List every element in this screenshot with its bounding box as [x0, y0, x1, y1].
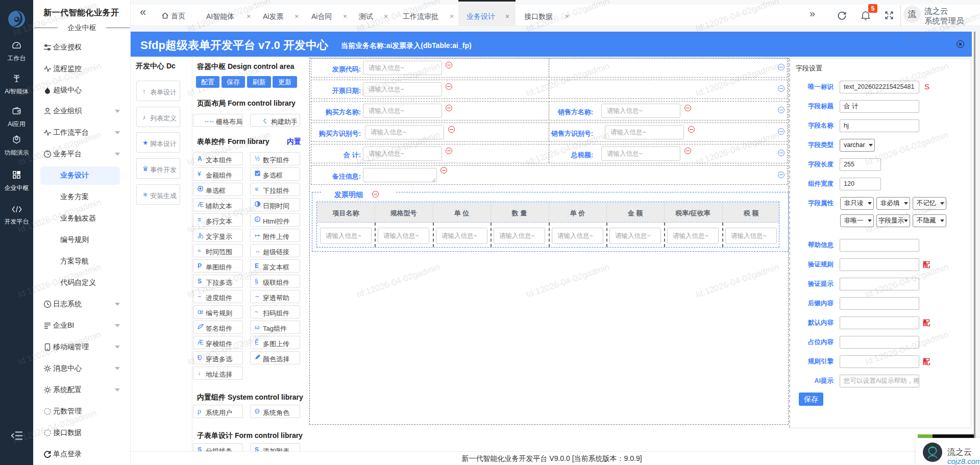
svg-text:e: e [256, 217, 258, 221]
